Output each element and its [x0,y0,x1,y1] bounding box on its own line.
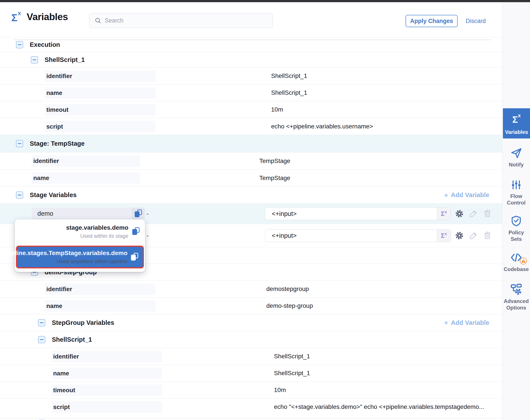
sidebar-item-label: Notify [502,162,530,168]
collapse-icon[interactable] [38,319,45,326]
variable-name-field[interactable]: demo [32,208,145,219]
plus-icon: + [444,191,448,199]
key-field: timeout [45,104,155,116]
key-field: name [45,300,155,312]
key-field: identifier [52,351,162,362]
sidebar-item-variables[interactable]: Σx Variables [503,108,530,138]
section-label: ShellScript_1 [44,56,85,63]
sidebar-item-label: Variables [503,129,530,135]
table-row-execution: Execution [0,37,502,52]
table-row-kv: identifier ShellScript_1 [0,67,502,84]
runtime-input-button[interactable]: Σx [437,208,451,220]
settings-gear-icon[interactable] [455,231,464,240]
key-label: identifier [46,73,72,80]
add-variable-label: Add Variable [451,319,489,326]
advanced-options-icon [510,283,523,296]
sidebar-item-label: Control [502,199,530,206]
discard-button[interactable]: Discard [466,15,486,27]
edit-pencil-icon[interactable] [469,209,478,218]
delete-trash-icon[interactable] [483,209,492,218]
value-text: echo "<+stage.variables.demo>" echo <+pi… [274,399,484,415]
table-row-kv: name demo-step-group [0,297,502,314]
sidebar-item-policy-sets[interactable]: Policy Sets [502,215,530,242]
search-icon [95,17,101,24]
value-text: demostepgroup [266,281,309,297]
table-row-kv: identifier TempStage [0,152,502,169]
policy-shield-check-icon [510,215,522,227]
table-row-kv: identifier demostepgroup [0,280,502,297]
collapse-icon[interactable] [16,41,23,48]
value-text: ShellScript_1 [274,348,310,365]
copy-icon[interactable] [132,227,140,235]
key-field: identifier [45,284,155,295]
collapse-icon[interactable] [16,140,23,147]
value-text: ShellScript_1 [274,365,310,381]
key-field: identifier [45,70,155,82]
table-row-kv: name ShellScript_1 [0,84,502,101]
apply-changes-button[interactable]: Apply Changes [406,15,458,27]
pipeline-right-sidebar: Σx Variables Notify Flow Control Policy … [502,2,530,420]
key-label: identifier [33,157,59,165]
add-variable-label: Add Variable [451,191,489,199]
variable-expression-popover: stage.variables.demo Used within its sta… [15,219,145,272]
variable-value: <+input> [272,232,437,239]
sidebar-item-notify[interactable]: Notify [502,147,530,168]
variable-type-dash: - [147,224,149,247]
expression-option-pipeline-scope[interactable]: pipeline.stages.TempStage.variables.demo… [16,246,144,269]
sigma-glyph: Σ [11,12,17,23]
sidebar-item-label: Advanced [502,298,530,304]
delete-trash-icon[interactable] [483,231,492,240]
key-field: name [45,87,155,99]
table-row-shellscript1-nested: ShellScript_1 [0,331,502,348]
sidebar-item-codebase[interactable]: Codebase [502,251,530,272]
variables-sigma-icon: Σx [503,114,530,125]
sigma-sup-glyph: x [445,210,447,214]
expression-scope: Used within its stage [80,233,128,239]
section-label: Stage Variables [30,191,76,199]
collapse-icon[interactable] [38,336,45,343]
search-input[interactable]: Search [89,13,273,28]
key-field: script [52,401,162,413]
sigma-glyph: Σ [441,210,445,217]
add-variable-button[interactable]: +Add Variable [444,314,489,331]
copy-variable-button[interactable] [132,208,145,219]
sigma-glyph: Σ [512,114,518,125]
key-label: name [53,370,69,377]
key-field: timeout [52,385,162,396]
sidebar-item-advanced-options[interactable]: Advanced Options [502,283,530,311]
sidebar-item-label: Options [502,304,530,311]
key-label: timeout [53,387,75,394]
collapse-icon[interactable] [31,56,38,63]
sidebar-item-label: Sets [502,236,530,242]
table-row-kv: name ShellScript_1 [0,365,502,381]
table-row-kv: identifier ShellScript_1 [0,348,502,365]
key-label: name [46,302,62,310]
runtime-input-button[interactable]: Σx [437,229,451,242]
collapse-icon[interactable] [16,191,23,199]
key-label: identifier [46,286,72,293]
section-label: Execution [30,41,60,48]
window-top-strip [0,0,530,2]
variable-name: demo [37,210,132,217]
table-row-stage-variables: Stage Variables +Add Variable [0,186,502,203]
key-label: name [33,175,49,181]
expression-option-stage-scope[interactable]: stage.variables.demo Used within its sta… [15,219,145,244]
sigma-sup-glyph: x [518,112,521,118]
variable-value-input[interactable]: <+input> Σx [265,229,451,242]
sidebar-item-label: Policy [502,229,530,236]
key-label: script [46,123,63,130]
add-variable-button[interactable]: +Add Variable [444,187,489,203]
edit-pencil-icon[interactable] [469,231,478,240]
settings-gear-icon[interactable] [455,209,464,218]
expression-path: stage.variables.demo [66,224,128,231]
value-text: ShellScript_1 [271,84,307,101]
table-row-kv: script echo "<+stage.variables.demo>" ec… [0,398,502,415]
variable-value-input[interactable]: <+input> Σx [265,207,451,220]
table-row-kv: timeout 10m [0,101,502,118]
table-row-kv: timeout 10m [0,381,502,398]
sidebar-item-flow-control[interactable]: Flow Control [502,179,530,206]
copy-icon[interactable] [131,253,138,261]
key-label: script [53,404,70,411]
codebase-warning-icon [520,257,527,265]
value-text: TempStage [259,152,290,169]
